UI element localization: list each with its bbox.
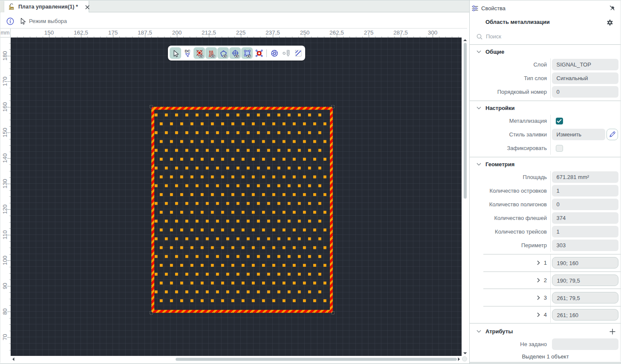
svg-text:187,5: 187,5 <box>138 29 152 36</box>
svg-text:225: 225 <box>236 29 246 36</box>
svg-text:200: 200 <box>172 29 182 36</box>
svg-text:150: 150 <box>2 128 8 138</box>
svg-text:250: 250 <box>300 29 310 36</box>
svg-text:150: 150 <box>44 29 54 36</box>
svg-text:110: 110 <box>2 230 8 240</box>
svg-text:80: 80 <box>2 308 8 315</box>
svg-text:262,5: 262,5 <box>329 29 344 36</box>
svg-text:180: 180 <box>2 51 8 61</box>
svg-text:170: 170 <box>2 77 8 87</box>
svg-text:130: 130 <box>2 179 8 189</box>
svg-text:275: 275 <box>364 29 374 36</box>
svg-text:70: 70 <box>2 334 8 340</box>
svg-text:140: 140 <box>2 153 8 163</box>
svg-text:287,5: 287,5 <box>393 29 408 36</box>
svg-text:175: 175 <box>108 29 118 36</box>
svg-text:90: 90 <box>2 283 8 289</box>
svg-text:160: 160 <box>2 102 8 112</box>
svg-text:120: 120 <box>2 205 8 214</box>
svg-text:100: 100 <box>2 256 8 266</box>
svg-text:DC: DC <box>185 49 190 53</box>
svg-text:300: 300 <box>428 29 438 36</box>
svg-text:237,5: 237,5 <box>266 29 280 36</box>
svg-text:212,5: 212,5 <box>202 29 216 36</box>
svg-text:162,5: 162,5 <box>74 29 88 36</box>
